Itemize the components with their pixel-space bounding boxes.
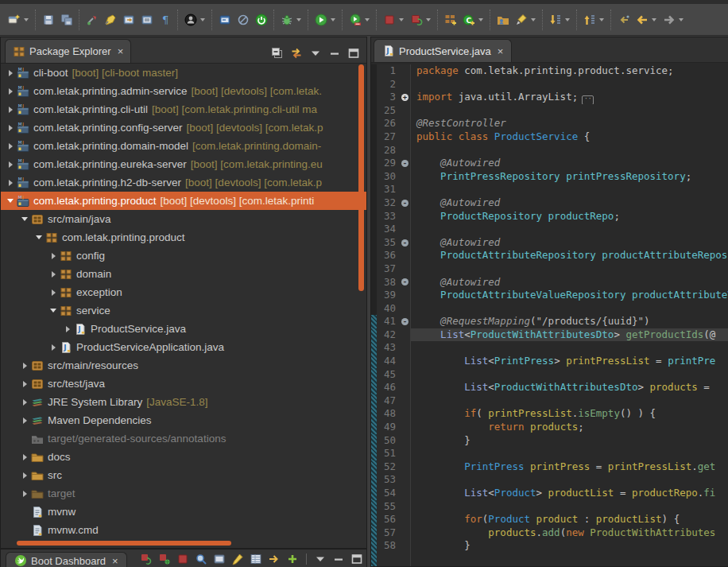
code-line[interactable]: 58 } — [371, 539, 728, 553]
dropdown-caret-icon[interactable] — [679, 18, 683, 21]
dropdown-caret-icon[interactable] — [426, 18, 431, 21]
dropdown-caret-icon[interactable] — [565, 18, 570, 21]
chevron-collapsed-icon[interactable] — [61, 326, 74, 332]
chevron-collapsed-icon[interactable] — [4, 180, 17, 186]
save-icon[interactable] — [39, 10, 57, 29]
tree-horizontal-scrollbar[interactable] — [17, 541, 231, 546]
tree-item[interactable]: exception — [1, 283, 366, 301]
previous-annotation-icon[interactable] — [580, 10, 598, 29]
close-icon[interactable]: × — [498, 45, 504, 57]
tree-item[interactable]: MJcom.letak.printing.eureka-server[boot]… — [1, 155, 366, 173]
last-edit-location-icon[interactable] — [614, 10, 633, 29]
chevron-expanded-icon[interactable] — [18, 217, 31, 221]
code-line[interactable]: 28 — [371, 144, 728, 157]
chevron-collapsed-icon[interactable] — [18, 381, 31, 387]
dropdown-caret-icon[interactable] — [652, 18, 656, 21]
dropdown-caret-icon[interactable] — [296, 18, 301, 21]
tab-boot-dashboard[interactable]: Boot Dashboard × — [6, 552, 127, 567]
tree-item[interactable]: mvnw — [1, 503, 366, 521]
tree-item[interactable]: target — [1, 484, 366, 503]
back-icon[interactable] — [633, 10, 651, 29]
open-browser-icon[interactable] — [268, 553, 281, 565]
chevron-collapsed-icon[interactable] — [18, 472, 31, 479]
tree-item[interactable]: docs — [1, 448, 366, 466]
inspect-icon[interactable] — [195, 553, 207, 565]
code-line[interactable]: 56 for(Product product : productList) { — [371, 513, 728, 526]
tab-package-explorer[interactable]: Package Explorer × — [5, 39, 131, 63]
tree-item[interactable]: src/main/java — [1, 210, 366, 228]
tree-item[interactable]: JProductService.java — [1, 320, 366, 338]
chevron-collapsed-icon[interactable] — [18, 363, 31, 369]
chevron-collapsed-icon[interactable] — [18, 454, 31, 460]
code-line[interactable]: 1package com.letak.printing.product.serv… — [371, 64, 728, 78]
tree-item[interactable]: service — [1, 301, 366, 320]
chevron-collapsed-icon[interactable] — [4, 143, 17, 150]
chevron-collapsed-icon[interactable] — [47, 253, 60, 259]
tree-vertical-scrollbar[interactable] — [358, 64, 364, 291]
code-line[interactable]: 57 products.add(new ProductWithAttribute… — [371, 526, 728, 540]
code-line[interactable]: 53 — [371, 473, 728, 487]
chevron-collapsed-icon[interactable] — [47, 289, 60, 296]
fold-collapse-icon[interactable]: - — [400, 157, 411, 170]
dropdown-caret-icon[interactable] — [365, 18, 370, 21]
tree-item[interactable]: MJcom.letak.printing.h2-db-server[boot] … — [1, 173, 366, 192]
code-line[interactable]: 29- @Autowired — [371, 157, 728, 170]
chevron-expanded-icon[interactable] — [4, 199, 17, 203]
tree-item[interactable]: pom.xml — [1, 539, 366, 540]
code-line[interactable]: 35- @Autowired — [371, 236, 728, 250]
tree-item[interactable]: JRE System Library[JavaSE-1.8] — [1, 393, 366, 411]
tree-item[interactable]: src/main/resources — [1, 356, 366, 375]
dropdown-caret-icon[interactable] — [531, 18, 536, 21]
code-line[interactable]: 54 List<Product> productList = productRe… — [371, 487, 728, 500]
stop-icon[interactable] — [380, 10, 398, 29]
tree-item[interactable]: MJcom.letak.printing.domain-model[com.le… — [1, 137, 366, 155]
power-icon[interactable] — [252, 10, 270, 29]
code-line[interactable]: 30 PrintPressRepository printPressReposi… — [371, 170, 728, 184]
tree-item[interactable]: JProductServiceApplication.java — [1, 338, 366, 356]
tree-item[interactable]: src/test/java — [1, 375, 366, 393]
code-line[interactable]: 34 — [371, 223, 728, 236]
code-line[interactable]: 42 List<ProductWithAttributesDto> getPro… — [371, 328, 728, 342]
code-line[interactable]: 55 — [371, 500, 728, 514]
open-console-icon[interactable] — [215, 10, 234, 29]
code-line[interactable]: 39 ProductAttributeValueRepository produ… — [371, 289, 728, 302]
code-line[interactable]: 36 ProductAttributeRepository productAtt… — [371, 249, 728, 262]
tree-item[interactable]: config — [1, 247, 366, 265]
tree-item[interactable]: MJcli-boot[boot] [cli-boot master] — [1, 64, 366, 82]
tree-item[interactable]: MJcom.letak.printing.product[boot] [devt… — [1, 192, 366, 210]
code-line[interactable]: 44 List<PrintPress> printPressList = pri… — [371, 355, 728, 368]
fold-collapse-icon[interactable]: - — [400, 196, 411, 210]
tree-item[interactable]: target/generated-sources/annotations — [1, 429, 366, 448]
stop-boot-icon[interactable] — [176, 553, 189, 565]
format-icon[interactable] — [512, 10, 530, 29]
show-view-icon[interactable] — [137, 10, 156, 29]
relaunch-icon[interactable] — [407, 10, 425, 29]
view-menu-icon[interactable] — [309, 47, 322, 60]
dropdown-caret-icon[interactable] — [331, 18, 335, 21]
properties-icon[interactable] — [250, 553, 262, 565]
new-wizard-icon[interactable] — [5, 10, 23, 29]
dropdown-caret-icon[interactable] — [200, 18, 205, 21]
code-line[interactable]: 3+import java.util.ArrayList;·· — [371, 91, 728, 104]
chevron-expanded-icon[interactable] — [47, 309, 60, 313]
chevron-collapsed-icon[interactable] — [4, 88, 17, 95]
tab-productservice-java[interactable]: J ProductService.java × — [374, 39, 512, 62]
code-line[interactable]: 46 List<ProductWithAttributesDto> produc… — [371, 381, 728, 394]
tree-item[interactable]: MJcom.letak.printing.admin-service[boot]… — [1, 82, 366, 100]
redebug-icon[interactable] — [158, 553, 171, 565]
chevron-collapsed-icon[interactable] — [4, 107, 17, 113]
code-line[interactable]: 40 — [371, 302, 728, 316]
fold-collapse-icon[interactable]: - — [400, 236, 411, 250]
folded-region-icon[interactable]: ·· — [582, 95, 594, 104]
code-line[interactable]: 2 — [371, 78, 728, 91]
chevron-collapsed-icon[interactable] — [4, 161, 17, 168]
tree-item[interactable]: mvnw.cmd — [1, 521, 366, 539]
switch-editor-icon[interactable] — [119, 10, 137, 29]
minimize-icon[interactable] — [328, 47, 341, 60]
fold-collapse-icon[interactable]: - — [400, 276, 411, 289]
tree-item[interactable]: domain — [1, 265, 366, 283]
dropdown-caret-icon[interactable] — [24, 18, 29, 21]
code-line[interactable]: 41- @RequestMapping("/products/{uuid}") — [371, 315, 728, 328]
close-icon[interactable]: × — [118, 45, 124, 57]
maximize-icon[interactable] — [350, 553, 363, 565]
